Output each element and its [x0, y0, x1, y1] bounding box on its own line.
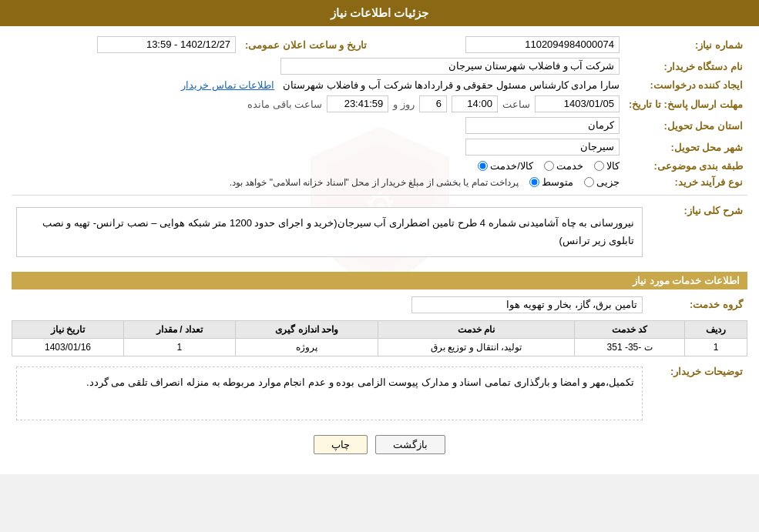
col-service-code: کد خدمت	[575, 320, 685, 338]
buyer-org-value: شرکت آب و فاضلاب شهرستان سیرجان	[280, 58, 620, 75]
purchase-jazei-option[interactable]: جزیی	[584, 176, 620, 188]
service-group-label: گروه خدمت:	[647, 294, 747, 316]
deadline-time-label: ساعت	[502, 99, 530, 110]
cell-service-code: ت -35- 351	[575, 338, 685, 356]
announce-datetime-label: تاریخ و ساعت اعلان عمومی:	[240, 34, 371, 55]
page-title: جزئیات اطلاعات نیاز	[331, 6, 428, 19]
category-kala-label: کالا	[606, 160, 620, 172]
buyer-org-label: نام دستگاه خریدار:	[624, 55, 747, 77]
purchase-motevaset-label: متوسط	[542, 176, 573, 188]
creator-label: ایجاد کننده درخواست:	[624, 77, 747, 93]
category-khedmat-option[interactable]: خدمت	[544, 160, 583, 172]
page-header: جزئیات اطلاعات نیاز	[0, 0, 759, 26]
purchase-jazei-radio[interactable]	[584, 177, 594, 187]
category-kala-khedmat-label: کالا/خدمت	[490, 160, 533, 172]
deadline-time-remaining: 23:41:59	[327, 95, 388, 112]
creator-value: سارا مرادی کارشناس مسئول حقوقی و قرارداد…	[283, 79, 620, 91]
category-kala-khedmat-option[interactable]: کالا/خدمت	[478, 160, 533, 172]
deadline-days: 6	[419, 95, 447, 112]
description-value: نیرورسانی به چاه آشامیدنی شماره 4 طرح تا…	[16, 207, 643, 257]
divider-1	[12, 195, 747, 196]
service-group-value: تامین برق، گاز، بخار و تهویه هوا	[411, 296, 643, 313]
city-label: شهر محل تحویل:	[624, 136, 747, 158]
col-quantity: تعداد / مقدار	[124, 320, 236, 338]
buyer-notes-value: تکمیل،مهر و امضا و بارگذاری تمامی اسناد …	[16, 366, 643, 420]
service-group-table: گروه خدمت: تامین برق، گاز، بخار و تهویه …	[12, 294, 747, 316]
purchase-type-radio-group: جزیی متوسط پرداخت تمام یا بخشی از مبلغ خ…	[16, 176, 620, 188]
col-service-name: نام خدمت	[378, 320, 575, 338]
category-kala-radio[interactable]	[594, 161, 604, 171]
category-kala-option[interactable]: کالا	[594, 160, 620, 172]
purchase-motevaset-option[interactable]: متوسط	[529, 176, 573, 188]
col-unit: واحد اندازه گیری	[235, 320, 378, 338]
province-label: استان محل تحویل:	[624, 115, 747, 136]
category-khedmat-label: خدمت	[556, 160, 583, 172]
col-date: تاریخ نیاز	[12, 320, 124, 338]
category-radio-group: کالا خدمت کالا/خدمت	[16, 160, 620, 172]
services-section-title: اطلاعات خدمات مورد نیاز	[12, 272, 747, 289]
buyer-notes-table: توضیحات خریدار: تکمیل،مهر و امضا و بارگذ…	[12, 361, 747, 426]
main-info-table: شماره نیاز: 1102094984000074 تاریخ و ساع…	[12, 34, 747, 190]
deadline-time: 14:00	[452, 95, 498, 112]
back-button[interactable]: بازگشت	[375, 435, 445, 454]
deadline-remaining-label: ساعت باقی مانده	[247, 99, 322, 110]
category-label: طبقه بندی موضوعی:	[624, 158, 747, 174]
contact-link[interactable]: اطلاعات تماس خریدار	[181, 79, 274, 91]
cell-unit: پروژه	[235, 338, 378, 356]
purchase-motevaset-radio[interactable]	[529, 177, 539, 187]
deadline-days-label: روز و	[393, 99, 415, 110]
category-kala-khedmat-radio[interactable]	[478, 161, 488, 171]
services-data-table: ردیف کد خدمت نام خدمت واحد اندازه گیری ت…	[12, 320, 747, 356]
cell-date: 1403/01/16	[12, 338, 124, 356]
city-value: سیرجان	[465, 139, 620, 156]
purchase-type-note: پرداخت تمام یا بخشی از مبلغ خریدار از مح…	[230, 177, 519, 188]
announce-datetime-value: 1402/12/27 - 13:59	[97, 36, 236, 53]
deadline-date: 1403/01/05	[535, 95, 620, 112]
buyer-notes-label: توضیحات خریدار:	[647, 361, 747, 426]
purchase-jazei-label: جزیی	[596, 176, 620, 188]
purchase-type-label: نوع فرآیند خرید:	[624, 174, 747, 190]
table-row: 1 ت -35- 351 تولید، انتقال و توزیع برق پ…	[12, 338, 747, 356]
print-button[interactable]: چاپ	[314, 435, 368, 454]
need-number-label: شماره نیاز:	[624, 34, 747, 55]
cell-row-num: 1	[685, 338, 747, 356]
cell-quantity: 1	[124, 338, 236, 356]
description-table: شرح کلی نیاز: نیرورسانی به چاه آشامیدنی …	[12, 200, 747, 264]
cell-service-name: تولید، انتقال و توزیع برق	[378, 338, 575, 356]
bottom-buttons: بازگشت چاپ	[12, 426, 747, 467]
description-label: شرح کلی نیاز:	[647, 200, 747, 264]
need-number-value: 1102094984000074	[465, 36, 620, 53]
col-row-num: ردیف	[685, 320, 747, 338]
deadline-label: مهلت ارسال پاسخ: تا تاریخ:	[624, 93, 747, 115]
province-value: کرمان	[465, 117, 620, 134]
category-khedmat-radio[interactable]	[544, 161, 554, 171]
